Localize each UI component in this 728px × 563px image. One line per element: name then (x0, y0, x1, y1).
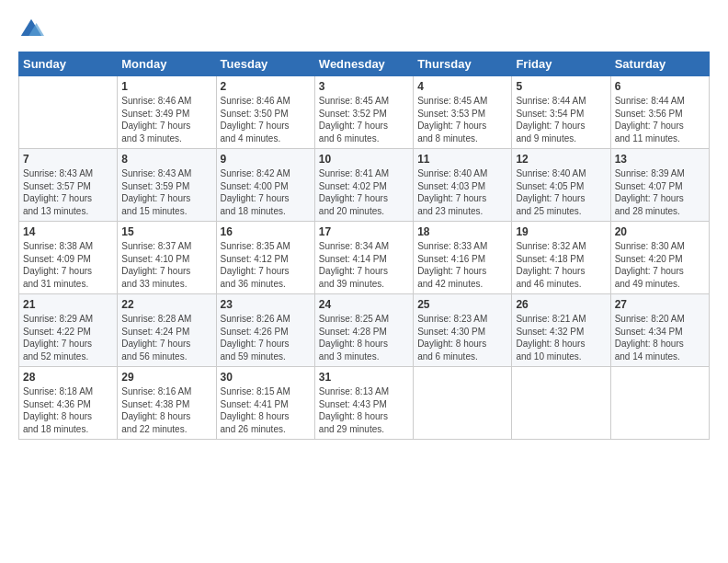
day-number: 13 (615, 153, 705, 166)
day-info: Sunrise: 8:15 AM Sunset: 4:41 PM Dayligh… (221, 385, 311, 435)
day-cell: 22Sunrise: 8:28 AM Sunset: 4:24 PM Dayli… (118, 294, 216, 367)
logo-icon (18, 17, 44, 42)
day-info: Sunrise: 8:44 AM Sunset: 3:56 PM Dayligh… (615, 95, 705, 144)
day-info: Sunrise: 8:39 AM Sunset: 4:07 PM Dayligh… (615, 167, 705, 217)
day-cell (414, 367, 512, 440)
day-cell: 17Sunrise: 8:34 AM Sunset: 4:14 PM Dayli… (314, 222, 413, 294)
day-info: Sunrise: 8:38 AM Sunset: 4:09 PM Dayligh… (23, 240, 113, 290)
day-cell: 5Sunrise: 8:44 AM Sunset: 3:54 PM Daylig… (512, 76, 610, 149)
day-cell: 21Sunrise: 8:29 AM Sunset: 4:22 PM Dayli… (19, 294, 118, 367)
day-info: Sunrise: 8:29 AM Sunset: 4:22 PM Dayligh… (23, 313, 113, 362)
day-number: 29 (121, 371, 211, 384)
day-info: Sunrise: 8:44 AM Sunset: 3:54 PM Dayligh… (516, 95, 606, 144)
day-cell: 19Sunrise: 8:32 AM Sunset: 4:18 PM Dayli… (512, 222, 610, 294)
day-info: Sunrise: 8:42 AM Sunset: 4:00 PM Dayligh… (221, 167, 311, 217)
day-number: 19 (516, 225, 606, 238)
day-cell: 7Sunrise: 8:43 AM Sunset: 3:57 PM Daylig… (19, 149, 118, 222)
day-number: 25 (417, 298, 507, 311)
day-cell: 23Sunrise: 8:26 AM Sunset: 4:26 PM Dayli… (216, 294, 314, 367)
day-cell: 6Sunrise: 8:44 AM Sunset: 3:56 PM Daylig… (610, 76, 709, 149)
week-row-1: 1Sunrise: 8:46 AM Sunset: 3:49 PM Daylig… (19, 76, 710, 149)
day-number: 6 (615, 80, 705, 93)
day-number: 15 (121, 225, 211, 238)
day-number: 24 (319, 298, 409, 311)
day-cell: 28Sunrise: 8:18 AM Sunset: 4:36 PM Dayli… (19, 367, 118, 440)
day-info: Sunrise: 8:45 AM Sunset: 3:52 PM Dayligh… (319, 95, 409, 144)
day-number: 16 (221, 225, 311, 238)
header (18, 17, 710, 42)
day-info: Sunrise: 8:43 AM Sunset: 3:59 PM Dayligh… (121, 167, 211, 217)
day-number: 20 (615, 225, 705, 238)
day-cell: 16Sunrise: 8:35 AM Sunset: 4:12 PM Dayli… (216, 222, 314, 294)
day-info: Sunrise: 8:30 AM Sunset: 4:20 PM Dayligh… (615, 240, 705, 290)
day-number: 10 (319, 153, 409, 166)
day-cell: 1Sunrise: 8:46 AM Sunset: 3:49 PM Daylig… (118, 76, 216, 149)
day-info: Sunrise: 8:46 AM Sunset: 3:49 PM Dayligh… (121, 95, 211, 144)
col-header-friday: Friday (512, 52, 610, 76)
day-number: 14 (23, 225, 113, 238)
day-info: Sunrise: 8:43 AM Sunset: 3:57 PM Dayligh… (23, 167, 113, 217)
day-info: Sunrise: 8:21 AM Sunset: 4:32 PM Dayligh… (516, 313, 606, 362)
day-cell: 15Sunrise: 8:37 AM Sunset: 4:10 PM Dayli… (118, 222, 216, 294)
day-cell: 20Sunrise: 8:30 AM Sunset: 4:20 PM Dayli… (610, 222, 709, 294)
day-info: Sunrise: 8:40 AM Sunset: 4:03 PM Dayligh… (417, 167, 507, 217)
col-header-thursday: Thursday (414, 52, 512, 76)
day-cell: 11Sunrise: 8:40 AM Sunset: 4:03 PM Dayli… (414, 149, 512, 222)
day-number: 22 (121, 298, 211, 311)
day-number: 5 (516, 80, 606, 93)
day-number: 23 (221, 298, 311, 311)
day-number: 26 (516, 298, 606, 311)
day-info: Sunrise: 8:41 AM Sunset: 4:02 PM Dayligh… (319, 167, 409, 217)
day-cell: 4Sunrise: 8:45 AM Sunset: 3:53 PM Daylig… (414, 76, 512, 149)
day-number: 4 (417, 80, 507, 93)
day-cell: 9Sunrise: 8:42 AM Sunset: 4:00 PM Daylig… (216, 149, 314, 222)
day-number: 30 (221, 371, 311, 384)
day-cell (19, 76, 118, 149)
day-number: 1 (121, 80, 211, 93)
logo (18, 17, 48, 42)
day-info: Sunrise: 8:33 AM Sunset: 4:16 PM Dayligh… (417, 240, 507, 290)
day-info: Sunrise: 8:20 AM Sunset: 4:34 PM Dayligh… (615, 313, 705, 362)
day-info: Sunrise: 8:28 AM Sunset: 4:24 PM Dayligh… (121, 313, 211, 362)
day-number: 18 (417, 225, 507, 238)
week-row-4: 21Sunrise: 8:29 AM Sunset: 4:22 PM Dayli… (19, 294, 710, 367)
day-info: Sunrise: 8:16 AM Sunset: 4:38 PM Dayligh… (121, 385, 211, 435)
day-number: 31 (319, 371, 409, 384)
day-cell: 13Sunrise: 8:39 AM Sunset: 4:07 PM Dayli… (610, 149, 709, 222)
day-number: 7 (23, 153, 113, 166)
day-number: 28 (23, 371, 113, 384)
day-number: 27 (615, 298, 705, 311)
day-cell: 29Sunrise: 8:16 AM Sunset: 4:38 PM Dayli… (118, 367, 216, 440)
day-number: 2 (221, 80, 311, 93)
day-info: Sunrise: 8:26 AM Sunset: 4:26 PM Dayligh… (221, 313, 311, 362)
day-info: Sunrise: 8:40 AM Sunset: 4:05 PM Dayligh… (516, 167, 606, 217)
day-info: Sunrise: 8:46 AM Sunset: 3:50 PM Dayligh… (221, 95, 311, 144)
day-number: 21 (23, 298, 113, 311)
day-number: 17 (319, 225, 409, 238)
week-row-5: 28Sunrise: 8:18 AM Sunset: 4:36 PM Dayli… (19, 367, 710, 440)
day-cell: 27Sunrise: 8:20 AM Sunset: 4:34 PM Dayli… (610, 294, 709, 367)
day-cell: 14Sunrise: 8:38 AM Sunset: 4:09 PM Dayli… (19, 222, 118, 294)
day-info: Sunrise: 8:45 AM Sunset: 3:53 PM Dayligh… (417, 95, 507, 144)
day-number: 9 (221, 153, 311, 166)
day-cell: 8Sunrise: 8:43 AM Sunset: 3:59 PM Daylig… (118, 149, 216, 222)
day-info: Sunrise: 8:18 AM Sunset: 4:36 PM Dayligh… (23, 385, 113, 435)
col-header-wednesday: Wednesday (314, 52, 413, 76)
col-header-saturday: Saturday (610, 52, 709, 76)
week-row-3: 14Sunrise: 8:38 AM Sunset: 4:09 PM Dayli… (19, 222, 710, 294)
day-cell: 24Sunrise: 8:25 AM Sunset: 4:28 PM Dayli… (314, 294, 413, 367)
day-cell: 25Sunrise: 8:23 AM Sunset: 4:30 PM Dayli… (414, 294, 512, 367)
day-info: Sunrise: 8:25 AM Sunset: 4:28 PM Dayligh… (319, 313, 409, 362)
day-number: 11 (417, 153, 507, 166)
day-cell: 26Sunrise: 8:21 AM Sunset: 4:32 PM Dayli… (512, 294, 610, 367)
day-info: Sunrise: 8:35 AM Sunset: 4:12 PM Dayligh… (221, 240, 311, 290)
day-cell: 18Sunrise: 8:33 AM Sunset: 4:16 PM Dayli… (414, 222, 512, 294)
day-cell: 30Sunrise: 8:15 AM Sunset: 4:41 PM Dayli… (216, 367, 314, 440)
day-cell (512, 367, 610, 440)
calendar-table: SundayMondayTuesdayWednesdayThursdayFrid… (18, 52, 710, 440)
page: SundayMondayTuesdayWednesdayThursdayFrid… (0, 0, 728, 563)
day-cell: 10Sunrise: 8:41 AM Sunset: 4:02 PM Dayli… (314, 149, 413, 222)
day-info: Sunrise: 8:34 AM Sunset: 4:14 PM Dayligh… (319, 240, 409, 290)
day-info: Sunrise: 8:13 AM Sunset: 4:43 PM Dayligh… (319, 385, 409, 435)
day-cell: 12Sunrise: 8:40 AM Sunset: 4:05 PM Dayli… (512, 149, 610, 222)
